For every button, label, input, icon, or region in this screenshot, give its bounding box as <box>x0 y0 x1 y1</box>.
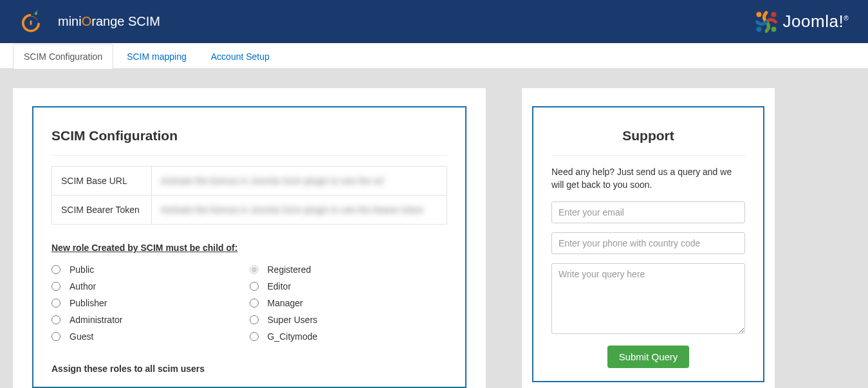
cfg-key-base-url: SCIM Base URL <box>52 167 152 196</box>
role-option-editor[interactable]: Editor <box>250 281 448 291</box>
tab-scim-mapping[interactable]: SCIM mapping <box>116 44 198 69</box>
phone-field[interactable] <box>551 232 745 254</box>
app-header: miniOrange SCIM Joomla!® <box>0 0 868 43</box>
tabs-bar: SCIM Configuration SCIM mapping Account … <box>0 43 868 69</box>
radio-registered[interactable] <box>250 265 259 274</box>
title-accent: O <box>82 14 92 28</box>
role-option-registered[interactable]: Registered <box>250 264 448 275</box>
radio-guest[interactable] <box>51 332 60 341</box>
submit-query-button[interactable]: Submit Query <box>607 346 690 368</box>
table-row: SCIM Base URL Activate the license in Jo… <box>52 167 447 196</box>
config-table: SCIM Base URL Activate the license in Jo… <box>51 166 447 225</box>
support-panel: Support Need any help? Just send us a qu… <box>522 88 775 388</box>
content-area: SCIM Configuration SCIM Base URL Activat… <box>0 69 868 388</box>
radio-author[interactable] <box>51 282 60 291</box>
radio-administrator[interactable] <box>51 315 60 324</box>
tab-scim-configuration[interactable]: SCIM Configuration <box>13 44 113 69</box>
svg-point-2 <box>35 12 37 14</box>
role-col-left: Public Author Publisher Administrator Gu… <box>51 264 250 348</box>
role-option-author[interactable]: Author <box>51 281 250 291</box>
joomla-text: Joomla!® <box>783 12 849 32</box>
title-suffix: range SCIM <box>91 14 160 28</box>
role-option-administrator[interactable]: Administrator <box>51 315 250 325</box>
role-option-guest[interactable]: Guest <box>51 331 250 342</box>
role-option-public[interactable]: Public <box>51 264 250 275</box>
svg-point-3 <box>756 12 761 17</box>
svg-point-4 <box>771 12 776 17</box>
support-text: Need any help? Just send us a query and … <box>551 166 745 191</box>
svg-point-6 <box>756 26 761 32</box>
assign-roles-heading: Assign these roles to all scim users <box>51 364 447 374</box>
app-title: miniOrange SCIM <box>58 14 160 29</box>
title-prefix: mini <box>58 14 82 28</box>
role-col-right: Registered Editor Manager Super Users G_… <box>250 264 448 348</box>
radio-public[interactable] <box>51 265 60 274</box>
support-title: Support <box>551 128 745 143</box>
query-textarea[interactable] <box>551 263 745 334</box>
role-option-manager[interactable]: Manager <box>250 298 448 308</box>
support-panel-inner: Support Need any help? Just send us a qu… <box>532 106 764 382</box>
svg-rect-1 <box>30 20 32 24</box>
role-option-publisher[interactable]: Publisher <box>51 298 250 308</box>
miniorange-logo-icon <box>19 10 42 33</box>
radio-editor[interactable] <box>250 282 259 291</box>
role-option-g-citymode[interactable]: G_Citymode <box>250 331 448 342</box>
svg-point-5 <box>771 26 776 32</box>
divider <box>551 155 745 156</box>
main-panel-inner: SCIM Configuration SCIM Base URL Activat… <box>32 106 466 388</box>
role-columns: Public Author Publisher Administrator Gu… <box>51 264 447 348</box>
main-panel: SCIM Configuration SCIM Base URL Activat… <box>13 88 486 388</box>
radio-publisher[interactable] <box>51 299 60 308</box>
role-option-super-users[interactable]: Super Users <box>250 315 448 325</box>
email-field[interactable] <box>551 201 745 223</box>
divider <box>51 155 447 156</box>
joomla-logo: Joomla!® <box>755 10 849 33</box>
radio-super-users[interactable] <box>250 315 259 324</box>
joomla-icon <box>755 10 778 33</box>
role-subhead: New role Created by SCIM must be child o… <box>51 243 447 253</box>
main-title: SCIM Configuration <box>51 128 447 143</box>
cfg-val-bearer-token: Activate the license in Joomla Scim plug… <box>152 196 447 225</box>
radio-manager[interactable] <box>250 299 259 308</box>
radio-g-citymode[interactable] <box>250 332 259 341</box>
cfg-val-base-url: Activate the license in Joomla Scim plug… <box>152 167 447 196</box>
cfg-key-bearer-token: SCIM Bearer Token <box>52 196 152 225</box>
tab-account-setup[interactable]: Account Setup <box>200 44 281 69</box>
table-row: SCIM Bearer Token Activate the license i… <box>52 196 447 225</box>
header-left: miniOrange SCIM <box>19 10 160 33</box>
